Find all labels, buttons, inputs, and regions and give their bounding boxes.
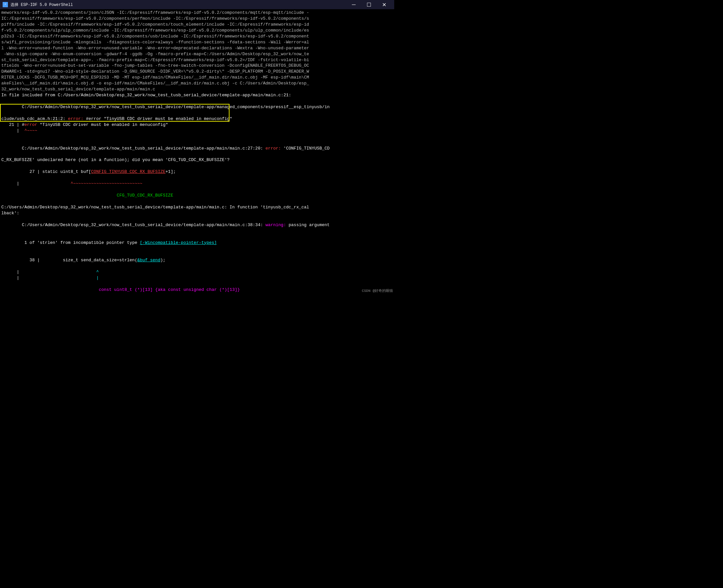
terminal-text: of 'strlen' from incompatible pointer ty…: [29, 240, 140, 245]
error-label: error:: [68, 117, 83, 121]
terminal-text: rs/Admin/Desktop/esp_32_work/now_test_tu…: [37, 105, 204, 109]
title-bar-controls: ─ ☐ ✕: [346, 0, 392, 9]
close-button[interactable]: ✕: [376, 0, 392, 9]
terminal-line: meworks/esp-idf-v5.0.2/components/json/c…: [1, 10, 393, 16]
terminal-text: error: [24, 122, 37, 127]
terminal-line: tfields -Wno-error=unused-but-set-variab…: [1, 63, 393, 69]
terminal-line: const uint8_t (*)[13] {aka const unsigne…: [1, 281, 393, 294]
terminal-line: 1 of 'strlen' from incompatible pointer …: [1, 234, 393, 252]
terminal-content: meworks/esp-idf-v5.0.2/components/json/c…: [1, 10, 393, 294]
var-name: &buf_send: [137, 258, 160, 262]
error-label: error:: [266, 146, 281, 151]
terminal-line: l -Wno-error=unused-function -Wno-error=…: [1, 45, 393, 51]
terminal-line: DAWARE=1 -std=gnu17 -Wno-old-style-decla…: [1, 69, 393, 75]
terminal-text: -app/managed_components/espressif__esp_t…: [204, 105, 329, 109]
window-title: 选择 ESP-IDF 5.0 PowerShell: [11, 2, 73, 7]
terminal-line: 21 | #error "TinyUSB CDC driver must be …: [1, 122, 393, 128]
terminal-text: 38 | size_t send_data_size=strlen(: [22, 258, 137, 262]
terminal-text: 1: [22, 240, 29, 245]
terminal-text: 'CONFIG_TINYUSB_CD: [281, 146, 329, 151]
terminal-line: clude/usb_cdc_acm.h:21:2: error: #error …: [1, 116, 393, 122]
terminal-line: s/wifi_provisioning/include -mlongcalls …: [1, 39, 393, 45]
terminal-line: In file included from C:/Users/Admin/Des…: [1, 92, 393, 98]
terminal-text: 27 | static uint8_t buf[: [22, 169, 91, 174]
terminal-text: C:/Users/Admin/Desktop/esp_32_work/now_t…: [22, 223, 265, 227]
app-icon: ⚡: [3, 2, 8, 7]
terminal-line: 27 | static uint8_t buf[CONFIG_TINYUSB_C…: [1, 163, 393, 181]
suggestion-text: CFG_TUD_CDC_RX_BUFSIZE: [117, 193, 173, 198]
watermark: CSDN @好奇的睡猫: [362, 289, 393, 294]
terminal-text: C:/Users/Admin/Desktop/esp_32_work/now_t…: [22, 146, 204, 151]
warning-flag: [-Wincompatible-pointer-types]: [140, 240, 217, 245]
terminal-line: CFG_TUD_CDC_RX_BUFSIZE: [1, 187, 393, 205]
warning-label: warning:: [266, 223, 286, 227]
terminal-line: C:/Users/Admin/Desktop/esp_32_work/now_t…: [1, 140, 393, 158]
terminal-text: ^~~~~~~~~~~~~~~~~~~~~~~~~~~~: [71, 181, 142, 186]
type-info: const uint8_t (*)[13] {aka const unsigne…: [99, 287, 240, 292]
terminal-line: -Wno-sign-compare -Wno-enum-conversion -…: [1, 51, 393, 57]
terminal-line: 32_work/now_test_tusb_serial_device/temp…: [1, 86, 393, 92]
terminal-line: | |: [1, 275, 393, 281]
terminal-text: C:/Use: [22, 105, 37, 109]
title-bar-left: ⚡ 选择 ESP-IDF 5.0 PowerShell: [3, 2, 73, 7]
terminal-line: | ^~~~~~~~~~~~~~~~~~~~~~~~~~~~: [1, 181, 393, 187]
terminal-line: akeFiles\__idf_main.dir\main.c.obj.d -o …: [1, 81, 393, 86]
terminal-line: RITER_LOCKS -DCFG_TUSB_MCU=OPT_MCU_ESP32…: [1, 75, 393, 81]
terminal-text: );: [161, 258, 166, 262]
terminal-line: lback':: [1, 210, 393, 216]
terminal-text: passing argument: [286, 223, 330, 227]
terminal-line: C:/Users/Admin/Desktop/esp_32_work/now_t…: [1, 216, 393, 234]
terminal-text: -app/main/main.c:27:20:: [204, 146, 265, 151]
title-bar: ⚡ 选择 ESP-IDF 5.0 PowerShell ─ ☐ ✕: [0, 0, 394, 9]
terminal-body[interactable]: meworks/esp-idf-v5.0.2/components/json/c…: [0, 9, 394, 294]
terminal-text: |: [96, 275, 99, 280]
terminal-line: C:/Users/Admin/Desktop/esp_32_work/now_t…: [1, 205, 393, 210]
terminal-line: p32s3 -IC:/Espressif/frameworks/esp-idf-…: [1, 34, 393, 39]
terminal-line: C:/Users/Admin/Desktop/esp_32_work/now_t…: [1, 98, 393, 116]
terminal-line: piffs/include -IC:/Espressif/frameworks/…: [1, 22, 393, 28]
terminal-text: [22, 287, 99, 292]
terminal-line: IC:/Espressif/frameworks/esp-idf-v5.0.2/…: [1, 16, 393, 22]
terminal-text: [22, 193, 117, 198]
terminal-line: 38 | size_t send_data_size=strlen(&buf_s…: [1, 251, 393, 269]
maximize-button[interactable]: ☐: [362, 0, 376, 9]
terminal-line: f-v5.0.2/components/ulp/ulp_common/inclu…: [1, 28, 393, 34]
terminal-text: ^~~~~: [24, 128, 37, 133]
terminal-line: st_tusb_serial_device/template-app=. -fm…: [1, 57, 393, 63]
minimize-button[interactable]: ─: [346, 0, 362, 9]
terminal-line: | ^: [1, 269, 393, 275]
terminal-line: C_RX_BUFSIZE' undeclared here (not in a …: [1, 157, 393, 163]
terminal-text: ^: [96, 270, 99, 274]
error-identifier: CONFIG_TINYUSB_CDC_RX_BUFSIZE: [91, 169, 165, 174]
terminal-line: [1, 134, 393, 140]
terminal-line: | ^~~~~: [1, 128, 393, 134]
terminal-text: +1];: [165, 169, 175, 174]
terminal-window: ⚡ 选择 ESP-IDF 5.0 PowerShell ─ ☐ ✕ mework…: [0, 0, 394, 294]
